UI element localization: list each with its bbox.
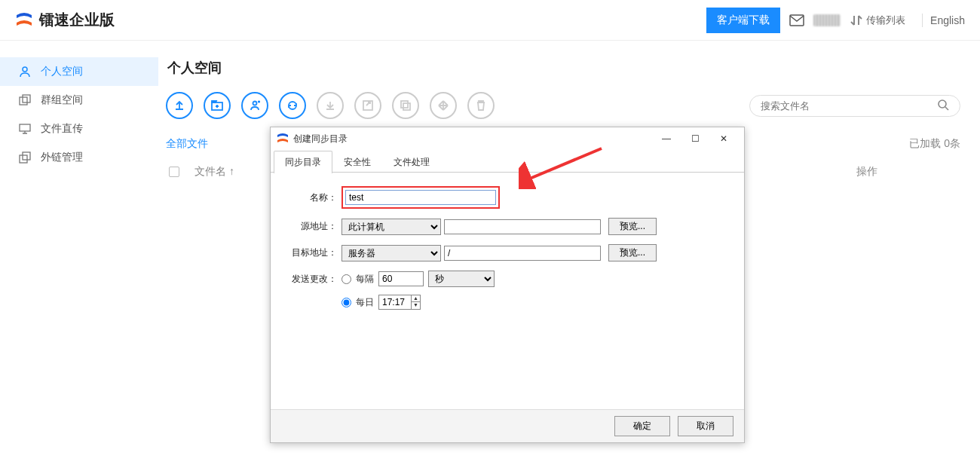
topbar: 镭速企业版 客户端下载 传输列表 English — [0, 0, 980, 41]
download-button — [317, 92, 344, 119]
source-preview-button[interactable]: 预览... — [608, 218, 657, 235]
tab-sync-directory[interactable]: 同步目录 — [274, 151, 332, 173]
delete-button — [467, 92, 495, 119]
source-row: 源地址： 此计算机 预览... — [286, 218, 729, 235]
interval-value-input[interactable] — [378, 271, 424, 286]
name-input[interactable] — [345, 190, 496, 205]
dialog-tabs: 同步目录 安全性 文件处理 — [271, 150, 744, 173]
interval-label: 每隔 — [356, 273, 374, 286]
svg-rect-11 — [403, 103, 410, 110]
svg-point-8 — [253, 102, 257, 106]
interval-unit-select[interactable]: 秒 — [428, 271, 495, 287]
transfer-list-label: 传输列表 — [866, 14, 905, 27]
brand-logo-icon — [15, 12, 33, 29]
user-icon — [18, 65, 32, 78]
svg-rect-0 — [790, 15, 804, 26]
sidebar-item-group-space[interactable]: 群组空间 — [0, 86, 158, 115]
loaded-count: 已加载 0条 — [909, 137, 960, 151]
svg-point-1 — [23, 67, 27, 72]
link-icon — [18, 151, 32, 164]
daily-radio[interactable] — [341, 298, 351, 307]
page-title: 个人空间 — [167, 59, 960, 77]
name-highlight — [341, 186, 500, 209]
sidebar: 个人空间 群组空间 文件直传 外链管理 — [0, 41, 158, 474]
svg-rect-5 — [20, 155, 27, 163]
share-button[interactable] — [241, 92, 268, 119]
language-toggle[interactable]: English — [930, 14, 965, 26]
separator — [922, 14, 923, 27]
svg-rect-3 — [23, 95, 30, 102]
svg-rect-4 — [20, 124, 30, 131]
target-row: 目标地址： 服务器 预览... — [286, 244, 729, 261]
mail-icon[interactable] — [789, 14, 804, 26]
monitor-icon — [18, 122, 32, 136]
copy-button — [392, 92, 419, 119]
time-up-button[interactable]: ▲ — [412, 295, 420, 301]
target-label: 目标地址： — [286, 246, 337, 259]
toolbar — [166, 92, 960, 119]
svg-rect-6 — [23, 152, 30, 160]
ok-button[interactable]: 确定 — [614, 416, 670, 436]
sidebar-item-label: 群组空间 — [41, 93, 83, 107]
col-operation: 操作 — [856, 165, 877, 179]
transfer-list-link[interactable]: 传输列表 — [850, 14, 905, 27]
create-sync-dialog: 创建同步目录 — ☐ ✕ 同步目录 安全性 文件处理 名称： 源地址： 此计算机… — [270, 127, 745, 443]
dialog-titlebar[interactable]: 创建同步目录 — ☐ ✕ — [271, 127, 744, 150]
download-client-button[interactable]: 客户端下载 — [706, 8, 780, 33]
group-icon — [18, 93, 32, 107]
dialog-footer: 确定 取消 — [271, 409, 744, 442]
time-down-button[interactable]: ▼ — [412, 301, 420, 308]
close-button[interactable]: ✕ — [709, 127, 738, 150]
name-label: 名称： — [286, 191, 337, 204]
move-button — [430, 92, 457, 119]
target-select[interactable]: 服务器 — [341, 245, 441, 261]
interval-radio[interactable] — [341, 274, 351, 284]
app-icon — [277, 133, 289, 145]
new-folder-button[interactable] — [204, 92, 231, 119]
brand-text: 镭速企业版 — [39, 10, 115, 30]
sidebar-item-label: 外链管理 — [41, 151, 83, 164]
daily-label: 每日 — [356, 296, 374, 309]
dialog-body: 名称： 源地址： 此计算机 预览... 目标地址： 服务器 预览... 发送更改… — [271, 173, 744, 409]
sync-button[interactable] — [279, 92, 306, 119]
share-out-button — [354, 92, 381, 119]
all-files-link[interactable]: 全部文件 — [166, 137, 208, 151]
search-icon — [937, 99, 949, 113]
sidebar-item-label: 文件直传 — [41, 122, 83, 136]
upload-button[interactable] — [166, 92, 193, 119]
sidebar-item-direct-transfer[interactable]: 文件直传 — [0, 115, 158, 143]
svg-rect-10 — [401, 101, 408, 108]
sidebar-item-external-links[interactable]: 外链管理 — [0, 143, 158, 172]
name-row: 名称： — [286, 186, 729, 209]
tab-security[interactable]: 安全性 — [332, 151, 382, 173]
send-change-label: 发送更改： — [286, 273, 337, 286]
sidebar-item-personal-space[interactable]: 个人空间 — [0, 57, 158, 86]
dialog-title: 创建同步目录 — [293, 133, 652, 145]
source-label: 源地址： — [286, 220, 337, 233]
cancel-button[interactable]: 取消 — [678, 416, 733, 436]
target-path-input[interactable] — [444, 246, 601, 261]
tab-file-processing[interactable]: 文件处理 — [382, 151, 441, 173]
sidebar-item-label: 个人空间 — [41, 65, 83, 78]
daily-time-input[interactable] — [379, 295, 411, 309]
source-select[interactable]: 此计算机 — [341, 219, 441, 235]
maximize-button[interactable]: ☐ — [681, 127, 709, 150]
user-name-blurred — [813, 14, 841, 26]
col-filename[interactable]: 文件名 ↑ — [194, 165, 234, 179]
brand: 镭速企业版 — [15, 10, 115, 30]
select-all-checkbox[interactable] — [169, 167, 179, 177]
minimize-button[interactable]: — — [652, 127, 681, 150]
search-input[interactable] — [761, 100, 937, 112]
search-box[interactable] — [749, 95, 960, 117]
svg-point-12 — [939, 100, 946, 108]
send-change-row: 发送更改： 每隔 秒 每日 ▲ — [286, 271, 729, 310]
svg-rect-2 — [20, 97, 27, 105]
source-path-input[interactable] — [444, 219, 601, 234]
target-preview-button[interactable]: 预览... — [608, 244, 657, 261]
sort-icon: ↑ — [229, 165, 234, 177]
